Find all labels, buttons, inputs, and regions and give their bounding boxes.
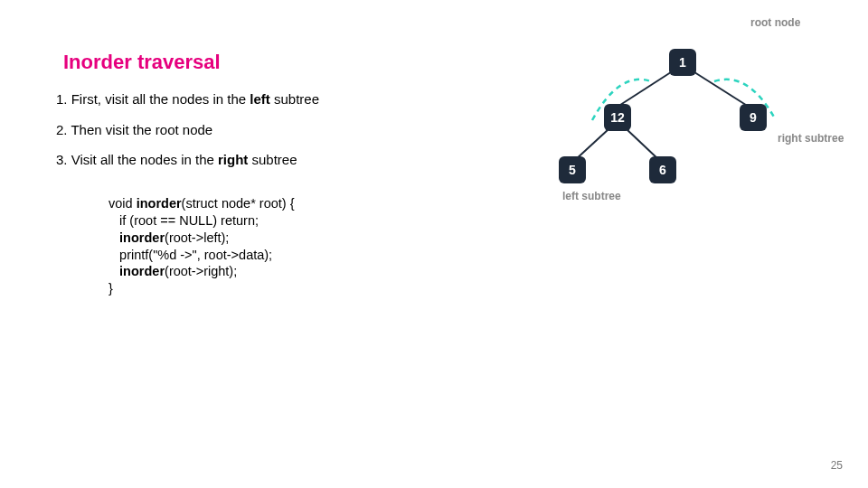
- code-text: (root->left);: [165, 230, 229, 245]
- code-block: void inorder(struct node* root) { if (ro…: [108, 195, 295, 297]
- step-bold: left: [250, 91, 270, 107]
- code-text: (root->right);: [165, 264, 237, 278]
- code-fn: inorder: [119, 264, 165, 278]
- code-text: (struct node* root) {: [182, 196, 295, 211]
- code-text: [108, 264, 119, 278]
- edge: [692, 70, 749, 107]
- node-right: 9: [740, 104, 767, 131]
- steps-list: 1. First, visit all the nodes in the lef…: [56, 85, 319, 176]
- edge: [618, 70, 674, 107]
- step-1: 1. First, visit all the nodes in the lef…: [56, 85, 319, 114]
- code-fn: inorder: [137, 196, 182, 211]
- slide-title: Inorder traversal: [63, 51, 221, 74]
- step-3: 3. Visit all the nodes in the right subt…: [56, 145, 319, 174]
- step-num: 1.: [56, 91, 68, 107]
- code-fn: inorder: [119, 230, 165, 245]
- step-text: Visit all the nodes in the: [71, 152, 218, 167]
- step-post: subtree: [248, 152, 297, 167]
- node-left: 12: [604, 104, 631, 131]
- node-left-left: 5: [559, 156, 586, 183]
- label-root-node: root node: [750, 16, 800, 29]
- step-text: Then visit the root node: [71, 122, 212, 137]
- code-text: if (root == NULL) return;: [108, 213, 259, 228]
- label-right-subtree: right subtree: [778, 132, 844, 145]
- step-num: 2.: [56, 122, 68, 137]
- label-left-subtree: left subtree: [562, 190, 621, 202]
- step-post: subtree: [270, 91, 319, 107]
- page-number: 25: [831, 459, 843, 472]
- code-text: }: [108, 281, 113, 296]
- code-text: void: [108, 196, 137, 211]
- step-bold: right: [218, 152, 248, 167]
- step-2: 2. Then visit the root node: [56, 116, 319, 145]
- node-root: 1: [669, 49, 696, 76]
- step-text: First, visit all the nodes in the: [71, 91, 250, 107]
- step-num: 3.: [56, 152, 68, 167]
- tree-diagram: root node right subtree left subtree 1 1…: [506, 16, 868, 206]
- code-text: printf("%d ->", root->data);: [108, 248, 272, 262]
- node-left-right: 6: [649, 156, 676, 183]
- code-text: [108, 230, 119, 245]
